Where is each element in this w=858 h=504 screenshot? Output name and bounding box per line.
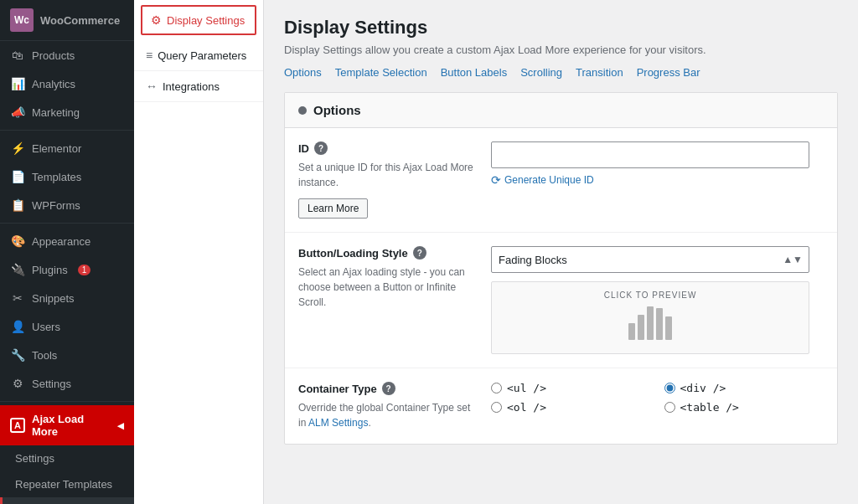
tab-button-labels[interactable]: Button Labels — [441, 66, 508, 79]
snippets-icon: ✂ — [10, 291, 25, 305]
sub-sidebar-display-settings-label: Display Settings — [167, 14, 245, 27]
container-type-help-icon[interactable]: ? — [382, 382, 395, 395]
sidebar-label-marketing: Marketing — [32, 106, 80, 119]
sidebar-item-analytics[interactable]: 📊 Analytics — [0, 69, 134, 98]
sidebar-label-users: Users — [32, 321, 60, 333]
sidebar-label-analytics: Analytics — [32, 78, 75, 90]
container-type-label-col: Container Type ? Override the global Con… — [298, 382, 491, 430]
sidebar-item-marketing[interactable]: 📣 Marketing — [0, 98, 134, 126]
sidebar-item-snippets[interactable]: ✂ Snippets — [0, 284, 134, 312]
id-help-icon[interactable]: ? — [314, 141, 328, 155]
id-text-input[interactable] — [491, 141, 809, 168]
alm-sub-repeater-templates[interactable]: Repeater Templates — [0, 471, 134, 497]
radio-div-input[interactable] — [664, 383, 675, 393]
radio-table-label: <table /> — [680, 401, 739, 414]
sidebar-item-users[interactable]: 👤 Users — [0, 312, 134, 341]
settings-icon: ⚙ — [10, 377, 25, 390]
users-icon: 👤 — [10, 320, 25, 333]
setting-row-button-style: Button/Loading Style ? Select an Ajax lo… — [285, 233, 837, 368]
container-type-description: Override the global Container Type set i… — [298, 400, 474, 430]
preview-bar-5 — [665, 316, 672, 340]
sidebar-item-elementor[interactable]: ⚡ Elementor — [0, 134, 134, 162]
generate-id-link[interactable]: ⟳ Generate Unique ID — [491, 173, 824, 187]
query-parameters-icon: ≡ — [146, 49, 152, 62]
sidebar-item-wpforms[interactable]: 📋 WPForms — [0, 191, 134, 219]
tab-progress-bar[interactable]: Progress Bar — [637, 66, 700, 79]
sidebar-divider-1 — [0, 130, 134, 131]
page-title: Display Settings — [284, 17, 838, 39]
sidebar-label-plugins: Plugins — [32, 264, 68, 276]
sidebar-item-plugins[interactable]: 🔌 Plugins 1 — [0, 255, 134, 284]
radio-ol-input[interactable] — [491, 402, 502, 413]
sidebar-label-appearance: Appearance — [32, 235, 90, 248]
alm-submenu: Settings Repeater Templates Shortcode Bu… — [0, 445, 134, 504]
sidebar-item-products[interactable]: 🛍 Products — [0, 41, 134, 69]
radio-ul-input[interactable] — [491, 383, 502, 393]
sidebar-logo[interactable]: Wc WooCommerce — [0, 0, 134, 41]
preview-bar-1 — [628, 323, 635, 340]
sidebar-label-elementor: Elementor — [32, 142, 81, 155]
section-header-title: Options — [313, 103, 361, 117]
tab-options[interactable]: Options — [284, 66, 322, 79]
setting-row-id: ID ? Set a unique ID for this Ajax Load … — [285, 128, 837, 233]
tab-scrolling[interactable]: Scrolling — [520, 66, 562, 79]
radio-ol[interactable]: <ol /> — [491, 401, 651, 414]
wpforms-icon: 📋 — [10, 198, 25, 212]
radio-ol-label: <ol /> — [507, 401, 546, 414]
sub-sidebar-integrations-label: Integrations — [163, 80, 220, 93]
radio-ul[interactable]: <ul /> — [491, 382, 651, 394]
plugins-icon: 🔌 — [10, 263, 25, 276]
sidebar-label-tools: Tools — [32, 349, 57, 362]
main-content: Display Settings Display Settings allow … — [264, 0, 858, 504]
setting-row-container-type: Container Type ? Override the global Con… — [285, 368, 837, 444]
sidebar-divider-3 — [0, 401, 134, 402]
preview-box[interactable]: CLICK TO PREVIEW — [491, 281, 809, 354]
button-style-label: Button/Loading Style ? — [298, 246, 474, 260]
id-label-col: ID ? Set a unique ID for this Ajax Load … — [298, 141, 491, 219]
sub-sidebar-integrations[interactable]: ↔ Integrations — [134, 71, 263, 102]
marketing-icon: 📣 — [10, 105, 25, 119]
radio-table[interactable]: <table /> — [664, 401, 824, 414]
sub-sidebar-query-parameters[interactable]: ≡ Query Parameters — [134, 40, 263, 71]
radio-ul-label: <ul /> — [507, 382, 546, 394]
preview-bar-4 — [656, 308, 663, 340]
sidebar-label-settings: Settings — [32, 378, 71, 390]
radio-div-label: <div /> — [680, 382, 726, 394]
tab-transition[interactable]: Transition — [576, 66, 623, 79]
sidebar-item-tools[interactable]: 🔧 Tools — [0, 341, 134, 369]
sidebar-item-settings[interactable]: ⚙ Settings — [0, 369, 134, 398]
options-section: Options ID ? Set a unique ID for this Aj… — [284, 92, 838, 445]
alm-sub-settings[interactable]: Settings — [0, 445, 134, 471]
tab-template-selection[interactable]: Template Selection — [335, 66, 427, 79]
sidebar-label-wpforms: WPForms — [32, 199, 80, 212]
sidebar-item-templates[interactable]: 📄 Templates — [0, 162, 134, 191]
alm-expand-icon: ◀ — [117, 421, 124, 430]
elementor-icon: ⚡ — [10, 141, 25, 155]
button-style-help-icon[interactable]: ? — [413, 246, 426, 260]
button-style-select[interactable]: Fading Blocks Button Infinite Scroll Loa… — [491, 246, 809, 273]
sub-sidebar: ⚙ Display Settings ≡ Query Parameters ↔ … — [134, 0, 264, 504]
sidebar-label-templates: Templates — [32, 171, 81, 183]
button-style-label-col: Button/Loading Style ? Select an Ajax lo… — [298, 246, 491, 310]
integrations-icon: ↔ — [146, 80, 158, 93]
id-input-col: ⟳ Generate Unique ID — [491, 141, 824, 187]
alm-sub-shortcode-builder[interactable]: Shortcode Builder — [0, 497, 134, 504]
container-type-label: Container Type ? — [298, 382, 474, 395]
container-type-radio-group: <ul /> <div /> <ol /> <table /> — [491, 382, 824, 414]
learn-more-button[interactable]: Learn More — [298, 198, 368, 219]
sidebar-label-snippets: Snippets — [32, 292, 75, 305]
sidebar-divider-2 — [0, 223, 134, 224]
sidebar-label-products: Products — [32, 49, 75, 62]
products-icon: 🛍 — [10, 49, 25, 62]
sidebar: Wc WooCommerce 🛍 Products 📊 Analytics 📣 … — [0, 0, 134, 504]
sub-sidebar-display-settings[interactable]: ⚙ Display Settings — [141, 5, 256, 35]
preview-bar-3 — [647, 306, 654, 340]
preview-label: CLICK TO PREVIEW — [492, 291, 809, 300]
radio-table-input[interactable] — [664, 402, 675, 413]
display-settings-icon: ⚙ — [151, 13, 162, 27]
woocommerce-logo-icon: Wc — [10, 8, 34, 32]
alm-settings-link[interactable]: ALM Settings — [308, 417, 368, 429]
radio-div[interactable]: <div /> — [664, 382, 824, 394]
alm-menu-header[interactable]: A Ajax Load More ◀ — [0, 405, 134, 445]
sidebar-item-appearance[interactable]: 🎨 Appearance — [0, 227, 134, 255]
